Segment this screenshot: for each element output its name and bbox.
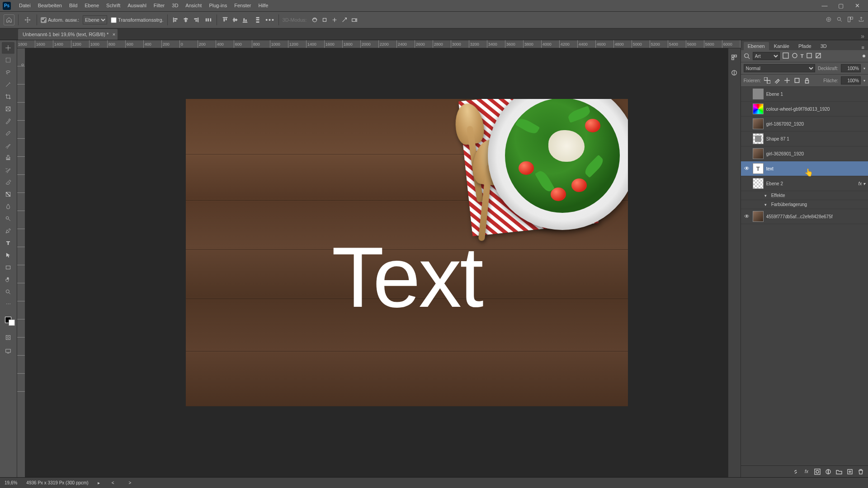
canvas-text-layer[interactable]: Text [331, 228, 481, 326]
menu-ansicht[interactable]: Ansicht [182, 0, 205, 11]
lock-transparency-button[interactable] [764, 77, 771, 84]
transform-controls-checkbox[interactable]: Transformationsstrg. [111, 17, 163, 23]
canvas-viewport[interactable]: Text [25, 48, 741, 477]
layer-mask-button[interactable] [814, 468, 821, 475]
transform-controls-input[interactable] [111, 17, 117, 23]
move-tool-indicator[interactable] [22, 14, 33, 25]
layer-effect-row[interactable]: ▾Effekte [741, 191, 868, 200]
menu-auswahl[interactable]: Auswahl [124, 0, 150, 11]
panel-tab-3d[interactable]: 3D [816, 42, 831, 50]
menu-bearbeiten[interactable]: Bearbeiten [34, 0, 66, 11]
threed-pan-button[interactable] [320, 15, 329, 24]
shape-tool[interactable] [2, 262, 14, 273]
stamp-tool[interactable] [2, 152, 14, 164]
layer-filter-kind-dropdown[interactable]: Art [753, 52, 780, 60]
cloud-docs-button[interactable] [826, 16, 832, 23]
pen-tool[interactable] [2, 225, 14, 237]
document-tab[interactable]: Unbenannt-1 bei 19,6% (text, RGB/8) * × [18, 29, 118, 40]
window-maximize[interactable]: ▢ [833, 0, 849, 11]
filter-type-button[interactable]: T [801, 53, 804, 59]
lasso-tool[interactable] [2, 66, 14, 78]
auto-select-checkbox[interactable]: Autom. ausw.: [41, 17, 79, 23]
hand-tool[interactable] [2, 274, 14, 286]
layer-row[interactable]: colour-wheel-gb9f78d013_1920 [741, 102, 868, 117]
status-nav-next[interactable]: > [126, 480, 134, 485]
move-tool[interactable] [2, 42, 14, 54]
lock-all-button[interactable] [803, 77, 811, 84]
color-panel-icon[interactable] [730, 53, 739, 62]
edit-toolbar-button[interactable]: ⋯ [2, 298, 14, 310]
window-minimize[interactable]: — [816, 0, 833, 11]
close-tab-icon[interactable]: × [113, 29, 115, 40]
blend-mode-dropdown[interactable]: Normal [744, 64, 815, 72]
menu-bild[interactable]: Bild [66, 0, 81, 11]
fill-input[interactable] [841, 76, 861, 84]
document-canvas[interactable]: Text [186, 99, 628, 406]
layer-row[interactable]: Shape 87 1 [741, 131, 868, 146]
dodge-tool[interactable] [2, 213, 14, 225]
background-swatch[interactable] [9, 319, 15, 326]
type-tool[interactable] [2, 237, 14, 249]
marquee-tool[interactable] [2, 54, 14, 66]
panel-menu-button[interactable]: ≡ [858, 45, 868, 50]
filter-shape-button[interactable] [806, 52, 812, 60]
delete-layer-button[interactable] [857, 468, 864, 475]
distribute-v-button[interactable] [253, 15, 262, 24]
align-center-v-button[interactable] [231, 15, 240, 24]
align-center-h-button[interactable] [181, 15, 190, 24]
tab-expand-button[interactable]: » [861, 33, 868, 40]
menu-filter[interactable]: Filter [150, 0, 168, 11]
fx-indicator[interactable]: fx ▾ [858, 181, 865, 186]
filter-adjust-button[interactable] [792, 52, 798, 60]
distribute-h-button[interactable] [204, 15, 213, 24]
window-close[interactable]: ✕ [849, 0, 865, 11]
threed-slide-button[interactable] [330, 15, 339, 24]
history-brush-tool[interactable] [2, 164, 14, 176]
color-swatches[interactable] [5, 314, 11, 329]
crop-tool[interactable] [2, 91, 14, 103]
align-left-button[interactable] [171, 15, 180, 24]
fill-dropdown-icon[interactable]: ▾ [863, 79, 865, 83]
align-right-button[interactable] [191, 15, 200, 24]
share-button[interactable] [858, 16, 864, 23]
frame-tool[interactable] [2, 103, 14, 115]
visibility-toggle[interactable]: 👁 [744, 213, 750, 220]
path-select-tool[interactable] [2, 249, 14, 261]
layer-row[interactable]: 👁4559f777db5af...c2efe8428e675f [741, 209, 868, 224]
ruler-horizontal[interactable]: 1800160014001200100080060040020002004006… [17, 40, 741, 48]
visibility-toggle[interactable]: 👁 [744, 165, 750, 172]
layer-row[interactable]: Ebene 2fx ▾ [741, 176, 868, 191]
menu-plugins[interactable]: Plug-ins [205, 0, 231, 11]
lock-artboard-button[interactable] [793, 77, 801, 84]
panel-tab-kanaele[interactable]: Kanäle [770, 42, 793, 50]
panel-tab-pfade[interactable]: Pfade [794, 42, 816, 50]
lock-position-button[interactable] [783, 77, 791, 84]
healing-tool[interactable] [2, 127, 14, 139]
blur-tool[interactable] [2, 201, 14, 212]
filter-smart-button[interactable] [815, 52, 821, 60]
workspace-switcher[interactable] [847, 16, 854, 23]
align-top-button[interactable] [221, 15, 230, 24]
eyedropper-tool[interactable] [2, 115, 14, 127]
threed-scale-button[interactable] [340, 15, 349, 24]
home-button[interactable] [4, 14, 14, 25]
opacity-dropdown-icon[interactable]: ▾ [863, 66, 865, 70]
threed-orbit-button[interactable] [310, 15, 319, 24]
zoom-level[interactable]: 19,6% [5, 480, 17, 485]
align-bottom-button[interactable] [241, 15, 250, 24]
menu-3d[interactable]: 3D [168, 0, 182, 11]
eraser-tool[interactable] [2, 176, 14, 188]
ruler-vertical[interactable]: 0 [17, 48, 25, 477]
layer-list[interactable]: 👆 Ebene 1colour-wheel-gb9f78d013_1920gir… [741, 87, 868, 465]
layer-row[interactable]: girl-3626901_1920 [741, 146, 868, 161]
layer-row[interactable]: Ebene 1 [741, 87, 868, 102]
threed-camera-button[interactable] [350, 15, 359, 24]
quick-mask-button[interactable] [2, 332, 14, 343]
menu-hilfe[interactable]: Hilfe [255, 0, 272, 11]
menu-schrift[interactable]: Schrift [103, 0, 124, 11]
auto-select-input[interactable] [41, 17, 47, 23]
gradient-tool[interactable] [2, 188, 14, 200]
brush-tool[interactable] [2, 140, 14, 151]
menu-ebene[interactable]: Ebene [81, 0, 103, 11]
auto-select-target-dropdown[interactable]: Ebene [83, 15, 107, 24]
